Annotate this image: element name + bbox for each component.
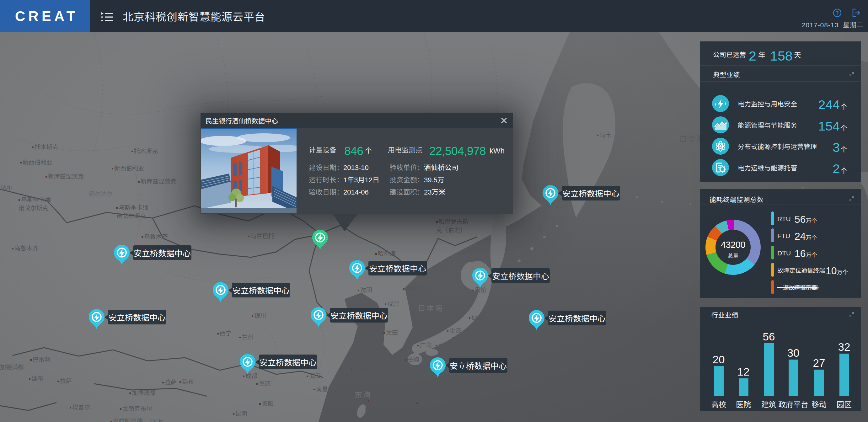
svg-text:?: ? xyxy=(836,8,839,16)
